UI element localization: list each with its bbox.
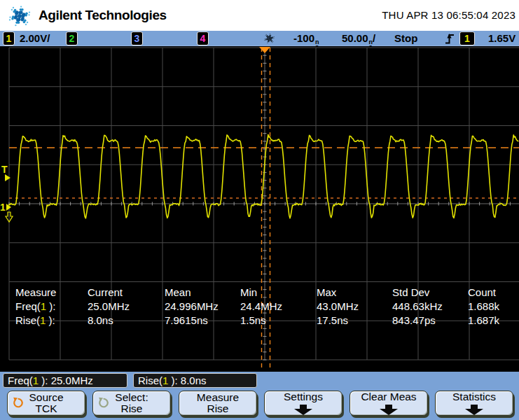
status-bar: 1 2.00V/ 2 3 4 -100ns 50.00ns/ Stop 1 1.…: [0, 31, 519, 46]
datetime-display: THU APR 13 06:55:04 2023: [382, 9, 515, 21]
rise-readout-box: Rise(1 ): 8.0ns: [133, 373, 257, 388]
trigger-level-marker: T: [1, 164, 8, 175]
channel-3-chip: 3: [131, 31, 143, 46]
knob-rotate-icon: [98, 397, 110, 412]
spark-icon: [262, 31, 277, 46]
timebase-setting: 50.00ns/: [342, 31, 375, 46]
channel-1-chip: 1: [3, 31, 15, 46]
softkey-clear-meas[interactable]: Clear Meas: [350, 391, 428, 416]
header-bar: Agilent Technologies THU APR 13 06:55:04…: [0, 0, 519, 31]
measurement-row-rise: Rise(1 ): 8.0ns 7.9615ns 1.5ns 17.5ns 84…: [15, 314, 519, 328]
softkey-statistics[interactable]: Statistics: [435, 391, 513, 416]
agilent-spark-logo: [4, 1, 35, 31]
freq-readout-box: Freq(1 ): 25.0MHz: [3, 373, 127, 388]
col-measure: Measure: [15, 286, 88, 300]
col-count: Count: [468, 286, 519, 300]
trigger-level-arrow-icon: [5, 174, 11, 181]
trigger-slope-rising-icon: [445, 32, 455, 46]
acquisition-state: Stop: [394, 31, 417, 46]
measure-label: Rise(1 ):: [15, 314, 88, 328]
channel-1-scale: 2.00V/: [20, 31, 50, 46]
channel-1-ground-marker: 1: [0, 202, 6, 213]
channel-4-chip: 4: [197, 31, 209, 46]
brand-name: Agilent Technologies: [39, 8, 167, 23]
measurement-row-freq: Freq(1 ): 25.0MHz 24.996MHz 24.4MHz 43.0…: [15, 300, 519, 314]
col-stddev: Std Dev: [392, 286, 468, 300]
measurement-table: Measure Current Mean Min Max Std Dev Cou…: [15, 286, 519, 328]
trigger-level: 1.65V: [488, 31, 515, 46]
col-current: Current: [88, 286, 165, 300]
menu-down-arrow-icon: [380, 409, 398, 415]
col-min: Min: [240, 286, 317, 300]
softkey-select[interactable]: Select: Rise: [92, 391, 171, 416]
col-max: Max: [317, 286, 392, 300]
channel-2-chip: 2: [66, 31, 78, 46]
menu-down-arrow-icon: [465, 409, 483, 415]
softkey-bar: Freq(1 ): 25.0MHz Rise(1 ): 8.0ns Source…: [0, 372, 519, 420]
measurement-header-row: Measure Current Mean Min Max Std Dev Cou…: [15, 286, 519, 300]
softkey-source[interactable]: Source TCK: [7, 391, 85, 416]
knob-rotate-icon: [13, 397, 25, 412]
softkey-settings[interactable]: Settings: [264, 391, 342, 416]
oscilloscope-screen: Agilent Technologies THU APR 13 06:55:04…: [0, 0, 519, 420]
measure-label: Freq(1 ):: [15, 300, 88, 314]
horizontal-delay: -100ns: [293, 31, 319, 46]
trigger-source-chip: 1: [459, 31, 475, 46]
col-mean: Mean: [165, 286, 240, 300]
softkey-measure[interactable]: Measure Rise: [179, 391, 257, 416]
menu-down-arrow-icon: [294, 409, 312, 415]
trigger-time-marker: [259, 47, 270, 53]
